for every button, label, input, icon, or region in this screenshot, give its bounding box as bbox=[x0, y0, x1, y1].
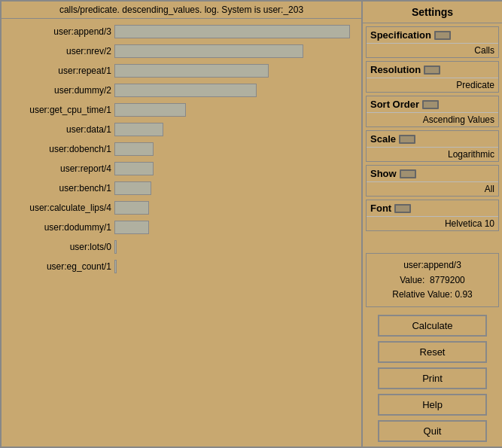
bar bbox=[114, 84, 257, 97]
chart-row: user:dummy/2 bbox=[2, 81, 361, 100]
setting-top: Font bbox=[367, 200, 498, 217]
print-button[interactable]: Print bbox=[378, 367, 487, 389]
bar bbox=[114, 240, 117, 254]
row-label: user:nrev/2 bbox=[3, 46, 114, 56]
bar-container bbox=[114, 240, 360, 254]
chart-title: calls/predicate. descending_values. log.… bbox=[2, 2, 361, 19]
bar-container bbox=[114, 25, 360, 38]
bar bbox=[114, 44, 303, 58]
row-label: user:lots/0 bbox=[3, 242, 114, 252]
chart-row: user:append/3 bbox=[2, 22, 361, 41]
chart-row: user:lots/0 bbox=[2, 237, 361, 257]
setting-value: All bbox=[367, 182, 498, 196]
setting-value: Logarithmic bbox=[367, 148, 498, 161]
calculate-button[interactable]: Calculate bbox=[378, 315, 487, 337]
info-value-row: Value: 8779200 bbox=[373, 273, 492, 288]
bar bbox=[114, 25, 350, 38]
row-label: user:repeat/1 bbox=[3, 66, 114, 76]
right-panel: Settings SpecificationCallsResolutionPre… bbox=[363, 2, 502, 446]
setting-toggle[interactable] bbox=[424, 66, 440, 75]
setting-row-scale: ScaleLogarithmic bbox=[366, 130, 499, 162]
bar-container bbox=[114, 221, 360, 234]
row-label: user:data/1 bbox=[3, 124, 114, 135]
buttons-area: CalculateResetPrintHelpQuit bbox=[363, 310, 502, 446]
setting-top: Scale bbox=[367, 131, 498, 148]
chart-row: user:nrev/2 bbox=[2, 41, 361, 61]
bar-container bbox=[114, 44, 360, 58]
chart-wrapper: user:append/3user:nrev/2user:repeat/1use… bbox=[2, 19, 361, 446]
bar-container bbox=[114, 84, 360, 97]
quit-button[interactable]: Quit bbox=[378, 420, 487, 442]
setting-label: Specification bbox=[370, 29, 431, 41]
setting-label: Sort Order bbox=[370, 99, 419, 110]
bar-container bbox=[114, 260, 360, 273]
bar bbox=[114, 201, 149, 215]
settings-header: Settings bbox=[363, 2, 502, 23]
setting-row-specification: SpecificationCalls bbox=[366, 26, 499, 58]
bar bbox=[114, 123, 163, 136]
bar-container bbox=[114, 162, 360, 175]
setting-value: Predicate bbox=[367, 78, 498, 92]
bar-container bbox=[114, 142, 360, 156]
setting-label: Resolution bbox=[370, 64, 421, 75]
row-label: user:calculate_lips/4 bbox=[3, 203, 114, 213]
chart-row: user:get_cpu_time/1 bbox=[2, 100, 361, 120]
row-label: user:eg_count/1 bbox=[3, 261, 114, 272]
chart-scroll-area[interactable]: user:append/3user:nrev/2user:repeat/1use… bbox=[2, 19, 361, 446]
setting-row-show: ShowAll bbox=[366, 165, 499, 197]
setting-toggle[interactable] bbox=[394, 204, 411, 213]
bar bbox=[114, 142, 154, 156]
reset-button[interactable]: Reset bbox=[378, 341, 487, 363]
row-label: user:dodummy/1 bbox=[3, 222, 114, 233]
setting-row-font: FontHelvetica 10 bbox=[366, 200, 499, 231]
bar-container bbox=[114, 64, 360, 78]
row-label: user:dummy/2 bbox=[3, 85, 114, 96]
main-container: calls/predicate. descending_values. log.… bbox=[0, 0, 502, 448]
row-label: user:dobench/1 bbox=[3, 144, 114, 154]
info-name: user:append/3 bbox=[373, 258, 492, 273]
setting-value: Helvetica 10 bbox=[367, 217, 498, 230]
bar-container bbox=[114, 181, 360, 195]
help-button[interactable]: Help bbox=[378, 394, 487, 416]
setting-toggle[interactable] bbox=[422, 100, 439, 109]
info-relative-row: Relative Value: 0.93 bbox=[373, 288, 492, 302]
setting-top: Sort Order bbox=[367, 96, 498, 113]
setting-toggle[interactable] bbox=[434, 31, 451, 40]
setting-label: Font bbox=[370, 203, 391, 214]
setting-toggle[interactable] bbox=[399, 135, 415, 144]
setting-top: Resolution bbox=[367, 62, 498, 78]
row-label: user:bench/1 bbox=[3, 183, 114, 194]
bar bbox=[114, 162, 154, 175]
setting-value: Calls bbox=[367, 44, 498, 57]
row-label: user:append/3 bbox=[3, 26, 114, 37]
setting-label: Scale bbox=[370, 133, 396, 145]
chart-row: user:report/4 bbox=[2, 159, 361, 178]
setting-row-sort-order: Sort OrderAscending Values bbox=[366, 96, 499, 127]
bar-container bbox=[114, 123, 360, 136]
setting-toggle[interactable] bbox=[400, 169, 416, 178]
row-label: user:report/4 bbox=[3, 163, 114, 174]
left-panel: calls/predicate. descending_values. log.… bbox=[2, 2, 363, 446]
bar bbox=[114, 103, 186, 117]
info-box: user:append/3 Value: 8779200 Relative Va… bbox=[366, 253, 499, 307]
bar bbox=[114, 221, 149, 234]
setting-label: Show bbox=[370, 168, 397, 179]
chart-row: user:repeat/1 bbox=[2, 61, 361, 81]
setting-top: Specification bbox=[367, 27, 498, 44]
settings-body: SpecificationCallsResolutionPredicateSor… bbox=[363, 23, 502, 250]
bar bbox=[114, 64, 269, 78]
bar bbox=[114, 181, 151, 195]
chart-row: user:calculate_lips/4 bbox=[2, 198, 361, 218]
chart-row: user:bench/1 bbox=[2, 178, 361, 198]
setting-top: Show bbox=[367, 166, 498, 182]
bar-container bbox=[114, 201, 360, 215]
setting-value: Ascending Values bbox=[367, 113, 498, 126]
setting-row-resolution: ResolutionPredicate bbox=[366, 61, 499, 93]
chart-rows: user:append/3user:nrev/2user:repeat/1use… bbox=[2, 19, 361, 279]
bar bbox=[114, 260, 117, 273]
chart-row: user:dobench/1 bbox=[2, 139, 361, 159]
chart-row: user:data/1 bbox=[2, 120, 361, 139]
bar-container bbox=[114, 103, 360, 117]
chart-row: user:dodummy/1 bbox=[2, 218, 361, 237]
chart-row: user:eg_count/1 bbox=[2, 257, 361, 276]
